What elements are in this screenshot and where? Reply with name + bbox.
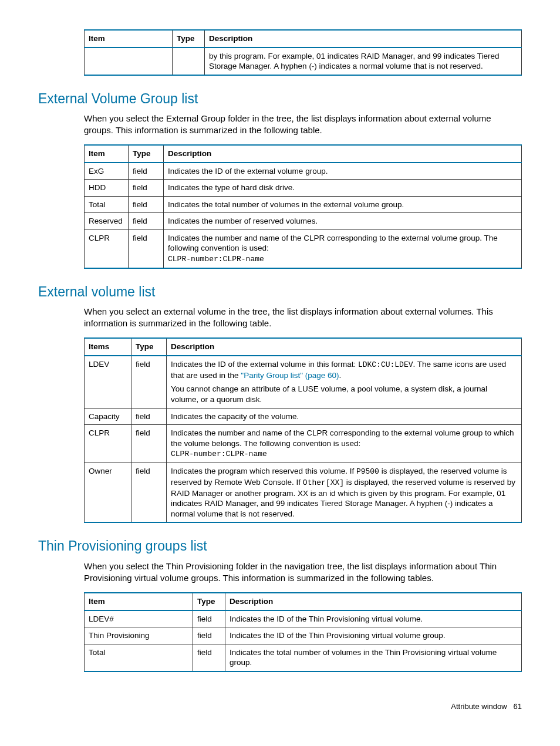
cell-type: field — [129, 229, 164, 268]
cell-desc: Indicates the number and name of the CLP… — [167, 425, 522, 463]
th-desc: Description — [167, 338, 522, 356]
th-type: Type — [131, 338, 167, 356]
th-item: Item — [85, 30, 173, 48]
footer-label: Attribute window — [451, 702, 507, 711]
th-item: Item — [85, 593, 193, 610]
table-row: LDEV# field Indicates the ID of the Thin… — [85, 610, 522, 627]
code-text: LDKC:CU:LDEV — [358, 360, 413, 369]
code-text: CLPR-number:CLPR-name — [171, 450, 267, 458]
cell-item: ExG — [85, 163, 129, 180]
table-row: CLPR field Indicates the number and name… — [85, 425, 522, 463]
cell-desc: by this program. For example, 01 indicat… — [205, 48, 522, 75]
table-row: Total field Indicates the total number o… — [85, 196, 522, 213]
table-row: by this program. For example, 01 indicat… — [85, 48, 522, 75]
cell-desc: Indicates the total number of volumes in… — [164, 196, 522, 213]
th-type: Type — [173, 30, 205, 48]
cell-type: field — [193, 644, 225, 671]
cell-item: Total — [85, 644, 193, 671]
th-desc: Description — [225, 593, 522, 610]
cell-type: field — [193, 610, 225, 627]
heading-external-volume-list: External volume list — [38, 283, 522, 301]
table-row: Thin Provisioning field Indicates the ID… — [85, 627, 522, 644]
table-row: ExG field Indicates the ID of the extern… — [85, 163, 522, 180]
code-text: CLPR-number:CLPR-name — [168, 255, 264, 264]
cell-item: Total — [85, 196, 129, 213]
cell-desc: Indicates the number and name of the CLP… — [164, 229, 522, 268]
table-row: Capacity field Indicates the capacity of… — [85, 408, 522, 425]
paragraph: When you select the Thin Provisioning fo… — [84, 561, 522, 585]
cell-item: Thin Provisioning — [85, 627, 193, 644]
cell-desc: Indicates the type of hard disk drive. — [164, 180, 522, 197]
heading-thin-provisioning-groups-list: Thin Provisioning groups list — [38, 537, 522, 555]
cell-type: field — [193, 627, 225, 644]
cell-item — [85, 48, 173, 75]
cell-type: field — [129, 213, 164, 230]
code-text: P9500 — [356, 467, 379, 476]
cell-desc: Indicates the capacity of the volume. — [167, 408, 522, 425]
cell-desc: Indicates the ID of the external volume … — [164, 163, 522, 180]
cell-item: CLPR — [85, 425, 131, 463]
cell-item: Owner — [85, 463, 131, 523]
table-row: Reserved field Indicates the number of r… — [85, 213, 522, 230]
cell-type: field — [131, 356, 167, 408]
th-item: Items — [85, 338, 131, 356]
cell-desc: Indicates the number of reserved volumes… — [164, 213, 522, 230]
cell-type: field — [129, 163, 164, 180]
external-volume-group-table: Item Type Description ExG field Indicate… — [84, 144, 522, 269]
cell-item: CLPR — [85, 229, 129, 268]
table-row: LDEV field Indicates the ID of the exter… — [85, 356, 522, 408]
cell-desc: Indicates the total number of volumes in… — [225, 644, 522, 671]
th-desc: Description — [164, 145, 522, 163]
continuation-table: Item Type Description by this program. F… — [84, 29, 522, 76]
th-type: Type — [193, 593, 225, 610]
cell-type: field — [129, 180, 164, 197]
th-type: Type — [129, 145, 164, 163]
th-desc: Description — [205, 30, 522, 48]
page-footer: Attribute window 61 — [38, 701, 522, 712]
paragraph: When you select an external volume in th… — [84, 306, 522, 330]
table-row: CLPR field Indicates the number and name… — [85, 229, 522, 268]
cell-desc: Indicates the ID of the Thin Provisionin… — [225, 610, 522, 627]
th-item: Item — [85, 145, 129, 163]
cell-type: field — [131, 425, 167, 463]
cell-type: field — [129, 196, 164, 213]
cell-desc: Indicates the ID of the Thin Provisionin… — [225, 627, 522, 644]
paragraph: When you select the External Group folde… — [84, 113, 522, 137]
external-volume-table: Items Type Description LDEV field Indica… — [84, 337, 522, 523]
cell-item: LDEV — [85, 356, 131, 408]
page-number: 61 — [514, 702, 522, 711]
table-row: Total field Indicates the total number o… — [85, 644, 522, 671]
cell-item: Reserved — [85, 213, 129, 230]
table-row: HDD field Indicates the type of hard dis… — [85, 180, 522, 197]
cell-item: Capacity — [85, 408, 131, 425]
thin-provisioning-table: Item Type Description LDEV# field Indica… — [84, 592, 522, 672]
cell-type: field — [131, 408, 167, 425]
cell-desc: Indicates the ID of the external volume … — [167, 356, 522, 408]
code-text: Other[XX] — [303, 478, 344, 487]
table-row: Owner field Indicates the program which … — [85, 463, 522, 523]
cell-item: HDD — [85, 180, 129, 197]
cell-item: LDEV# — [85, 610, 193, 627]
parity-group-list-link[interactable]: "Parity Group list" (page 60) — [241, 371, 339, 380]
heading-external-volume-group-list: External Volume Group list — [38, 90, 522, 108]
cell-type: field — [131, 463, 167, 523]
cell-desc: Indicates the program which reserved thi… — [167, 463, 522, 523]
cell-type — [173, 48, 205, 75]
